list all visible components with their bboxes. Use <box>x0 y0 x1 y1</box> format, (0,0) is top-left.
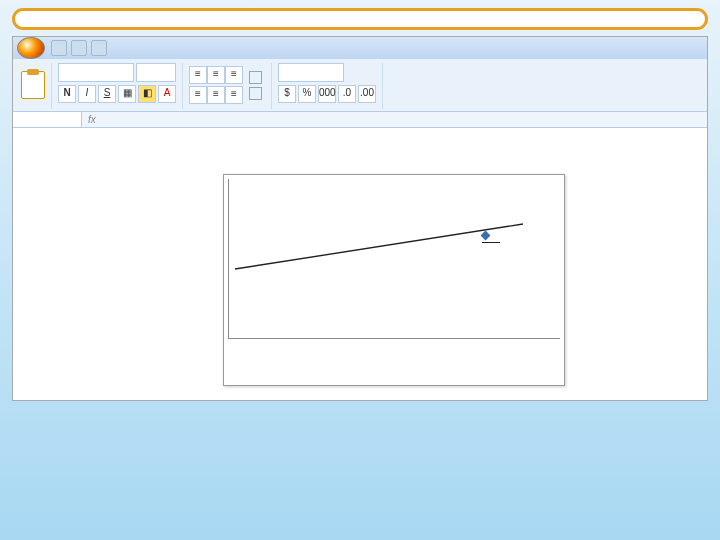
group-number: $ % 000 .0 .00 <box>276 63 383 109</box>
increase-decimal-button[interactable]: .0 <box>338 85 356 103</box>
align-top-button[interactable]: ≡ <box>189 66 207 84</box>
percent-button[interactable]: % <box>298 85 316 103</box>
trendline <box>229 179 529 329</box>
worksheet[interactable] <box>13 128 707 400</box>
svg-line-0 <box>235 224 523 269</box>
formula-bar: fx <box>13 112 707 128</box>
align-left-button[interactable]: ≡ <box>189 86 207 104</box>
italic-button[interactable]: I <box>78 85 96 103</box>
ribbon: N I S ▦ ◧ A ≡ ≡ ≡ ≡ ≡ ≡ <box>13 59 707 112</box>
embedded-chart[interactable] <box>223 174 565 386</box>
checkbox-icon <box>249 71 262 84</box>
comma-button[interactable]: 000 <box>318 85 336 103</box>
group-alignment: ≡ ≡ ≡ ≡ ≡ ≡ <box>187 63 272 109</box>
checkbox-icon <box>249 87 262 100</box>
align-right-button[interactable]: ≡ <box>225 86 243 104</box>
excel-window: N I S ▦ ◧ A ≡ ≡ ≡ ≡ ≡ ≡ <box>12 36 708 401</box>
titlebar <box>13 37 707 59</box>
fx-icon[interactable]: fx <box>82 112 102 127</box>
bold-button[interactable]: N <box>58 85 76 103</box>
name-box[interactable] <box>13 112 82 127</box>
wrap-text-button[interactable] <box>249 71 265 84</box>
group-clipboard <box>19 63 52 109</box>
line-icon <box>482 242 500 243</box>
group-font: N I S ▦ ◧ A <box>56 63 183 109</box>
diamond-marker-icon <box>481 231 491 241</box>
currency-button[interactable]: $ <box>278 85 296 103</box>
decrease-decimal-button[interactable]: .00 <box>358 85 376 103</box>
instruction-box <box>12 8 708 30</box>
fill-color-button[interactable]: ◧ <box>138 85 156 103</box>
align-bottom-button[interactable]: ≡ <box>225 66 243 84</box>
number-format-select[interactable] <box>278 63 344 82</box>
qat-save-icon[interactable] <box>51 40 67 56</box>
align-center-button[interactable]: ≡ <box>207 86 225 104</box>
qat-undo-icon[interactable] <box>71 40 87 56</box>
border-button[interactable]: ▦ <box>118 85 136 103</box>
align-middle-button[interactable]: ≡ <box>207 66 225 84</box>
qat-redo-icon[interactable] <box>91 40 107 56</box>
office-button[interactable] <box>17 37 45 59</box>
chart-legend <box>482 229 558 246</box>
merge-center-button[interactable] <box>249 87 265 100</box>
font-color-button[interactable]: A <box>158 85 176 103</box>
underline-button[interactable]: S <box>98 85 116 103</box>
font-size-select[interactable] <box>136 63 176 82</box>
font-name-select[interactable] <box>58 63 134 82</box>
quick-access-toolbar <box>51 40 107 56</box>
plot-area <box>228 179 560 339</box>
paste-button[interactable] <box>21 71 45 99</box>
clipboard-icon <box>21 71 45 99</box>
